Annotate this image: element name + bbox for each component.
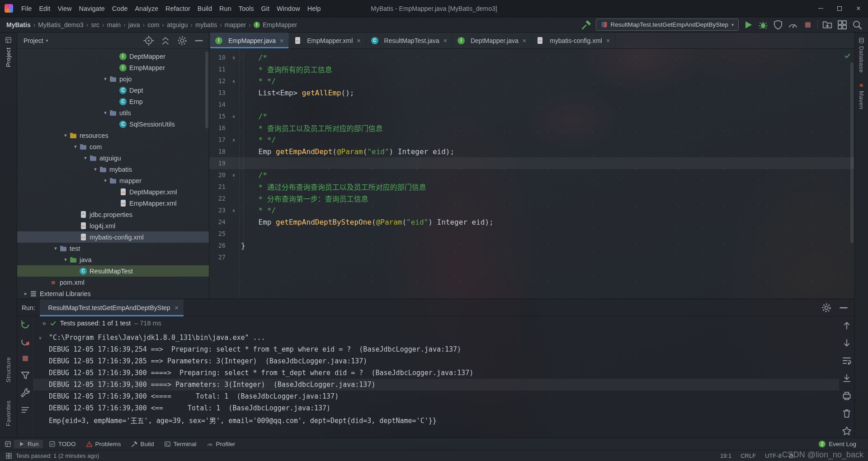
code-line-14[interactable]: 14 <box>209 99 854 110</box>
tree-item-test[interactable]: ▾test <box>17 243 209 254</box>
menu-view[interactable]: View <box>54 3 75 14</box>
close-icon[interactable]: × <box>357 37 360 44</box>
tree-item-java[interactable]: ▾java <box>17 254 209 265</box>
tree-item-resources[interactable]: ▾resources <box>17 130 209 141</box>
rerun-failed-button[interactable] <box>20 336 31 347</box>
tree-item-mapper[interactable]: ▾mapper <box>17 175 209 186</box>
tree-item-EmpMapper[interactable]: EmpMapper <box>17 62 209 73</box>
tree-item-pojo[interactable]: ▾pojo <box>17 73 209 85</box>
tree-item-DeptMapper[interactable]: DeptMapper <box>17 51 209 62</box>
tree-item-com[interactable]: ▾com <box>17 141 209 152</box>
run-config-select[interactable]: ResultMapTest.testGetEmpAndDeptByStep▾ <box>596 19 739 31</box>
breadcrumb-item[interactable]: java <box>127 21 141 28</box>
event-log-button[interactable]: 2 Event Log <box>819 441 863 447</box>
maximize-button[interactable] <box>830 0 849 17</box>
menu-code[interactable]: Code <box>108 3 132 14</box>
chevron-expanded-icon[interactable]: ▾ <box>101 178 109 183</box>
tree-item-atguigu[interactable]: ▾atguigu <box>17 152 209 164</box>
settings-gear-button[interactable] <box>821 302 832 313</box>
settings-gear-button[interactable] <box>177 35 188 46</box>
profiler-button[interactable] <box>788 19 798 30</box>
chevron-down-icon[interactable]: ∨ <box>39 335 42 340</box>
fold-collapse-icon[interactable]: ∨ <box>229 55 238 60</box>
toolstrip-database[interactable]: Database <box>858 37 865 73</box>
fold-expand-icon[interactable]: ∧ <box>229 137 238 142</box>
scroll-to-end-button[interactable] <box>841 373 852 384</box>
code-line-26[interactable]: 26} <box>209 240 854 251</box>
chevron-expanded-icon[interactable]: ▾ <box>81 155 90 161</box>
menu-refactor[interactable]: Refactor <box>162 3 194 14</box>
status-19:1[interactable]: 19:1 <box>720 452 731 459</box>
toolwindow-profiler[interactable]: Profiler <box>203 440 240 448</box>
chevron-double-icon[interactable]: » <box>42 320 46 327</box>
chevron-expanded-icon[interactable]: ▾ <box>71 144 80 150</box>
status-UTF-8[interactable]: UTF-8 <box>765 452 782 459</box>
code-line-27[interactable]: 27 <box>209 251 854 263</box>
clear-all-button[interactable] <box>841 408 852 419</box>
toolstrip-favorites[interactable]: Favorites <box>5 396 12 430</box>
toolstrip-project[interactable]: Project <box>5 43 12 71</box>
hide-panel-button[interactable] <box>838 302 849 313</box>
close-icon[interactable]: × <box>280 37 283 44</box>
tree-item-mybatis-config.xml[interactable]: mybatis-config.xml <box>17 231 209 243</box>
project-toolwindow-icon[interactable] <box>5 37 12 43</box>
code-line-23[interactable]: 23∧ * */ <box>209 204 854 216</box>
toolwindow-problems[interactable]: Problems <box>82 440 125 448</box>
status-CRLF[interactable]: CRLF <box>741 452 756 459</box>
code-line-22[interactable]: 22 * 分布查询第一步：查询员工信息 <box>209 193 854 204</box>
layout-grid-button[interactable] <box>837 19 848 30</box>
code-line-24[interactable]: 24 Emp getEmpAndDeptByStepOne(@Param("ei… <box>209 216 854 228</box>
fold-collapse-icon[interactable]: ∨ <box>229 114 238 119</box>
menu-navigate[interactable]: Navigate <box>75 3 108 14</box>
coverage-button[interactable] <box>773 19 783 30</box>
tree-item-Dept[interactable]: Dept <box>17 85 209 96</box>
tab-DeptMapper.java[interactable]: DeptMapper.java× <box>453 33 532 48</box>
toolstrip-maven[interactable]: mMaven <box>858 82 865 109</box>
code-line-16[interactable]: 16 * 查询员工以及员工所对应的部门信息 <box>209 122 854 134</box>
pin-button[interactable] <box>841 426 852 437</box>
soft-wrap-button[interactable] <box>841 355 852 366</box>
tab-EmpMapper.xml[interactable]: EmpMapper.xml× <box>289 33 366 48</box>
menu-tools[interactable]: Tools <box>235 3 258 14</box>
code-line-13[interactable]: 13 List<Emp> getAllEmp(); <box>209 87 854 99</box>
settings-wrench-button[interactable] <box>20 387 31 398</box>
stop-button[interactable] <box>802 19 813 30</box>
code-editor[interactable]: 10∨ /*11 * 查询所有的员工信息12∧ * */13 List<Emp>… <box>209 49 854 299</box>
menu-edit[interactable]: Edit <box>35 3 54 14</box>
inspections-ok-icon[interactable] <box>844 52 851 59</box>
chevron-expanded-icon[interactable]: ▾ <box>52 245 60 251</box>
tree-item-EmpMapper.xml[interactable]: EmpMapper.xml <box>17 198 209 209</box>
breadcrumb-item[interactable]: main <box>106 21 122 28</box>
breadcrumb-item[interactable]: atguigu <box>166 21 189 28</box>
hide-panel-button[interactable] <box>193 35 204 46</box>
build-hammer-button[interactable] <box>581 19 592 30</box>
chevron-expanded-icon[interactable]: ▾ <box>101 110 109 116</box>
toolwindow-quick-access-icon[interactable] <box>5 452 12 459</box>
code-line-20[interactable]: 20∨ /* <box>209 169 854 181</box>
menu-run[interactable]: Run <box>216 3 235 14</box>
toolwindow-run[interactable]: Run <box>14 440 43 448</box>
close-icon[interactable]: × <box>443 37 447 44</box>
code-line-18[interactable]: 18 Emp getEmpAndDept(@Param("eid") Integ… <box>209 146 854 157</box>
locate-file-button[interactable] <box>143 35 154 46</box>
menu-file[interactable]: File <box>18 3 35 14</box>
breadcrumb-item[interactable]: MyBatis_demo3 <box>37 21 84 28</box>
vcs-update-button[interactable] <box>822 19 833 30</box>
run-button[interactable] <box>743 19 754 30</box>
code-line-15[interactable]: 15∨ /* <box>209 110 854 122</box>
fold-collapse-icon[interactable]: ∨ <box>229 173 238 178</box>
tree-item-mybatis[interactable]: ▾mybatis <box>17 164 209 175</box>
tree-scrollbar[interactable] <box>205 52 208 128</box>
window-switcher-icon[interactable] <box>5 441 11 447</box>
search-everywhere-button[interactable] <box>852 19 863 30</box>
minimize-button[interactable] <box>811 0 830 17</box>
code-line-21[interactable]: 21 * 通过分布查询查询员工以及员工所对应的部门信息 <box>209 181 854 193</box>
arrow-up-button[interactable] <box>841 320 852 331</box>
filter-button[interactable] <box>20 370 31 381</box>
toolwindow-build[interactable]: Build <box>127 440 158 448</box>
tree-item-utils[interactable]: ▾utils <box>17 107 209 118</box>
code-line-11[interactable]: 11 * 查询所有的员工信息 <box>209 63 854 75</box>
breadcrumb-item[interactable]: MyBatis <box>5 21 32 28</box>
breadcrumb-item[interactable]: EmpMapper <box>253 21 298 28</box>
fold-expand-icon[interactable]: ∧ <box>229 208 238 213</box>
